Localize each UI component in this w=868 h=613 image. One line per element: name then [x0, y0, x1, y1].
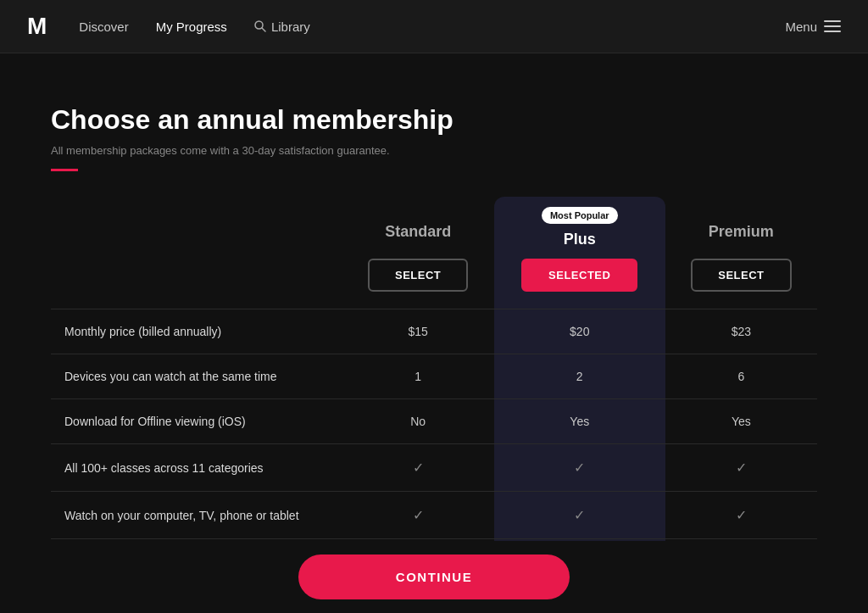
svg-line-1	[262, 28, 265, 31]
red-accent-bar	[51, 169, 78, 171]
feature-label: Download for Offline viewing (iOS)	[51, 399, 342, 444]
table-row: All 100+ classes across 11 categories✓✓✓	[51, 444, 817, 492]
feature-label: Watch on your computer, TV, phone or tab…	[51, 492, 342, 539]
nav-links: Discover My Progress Library	[79, 20, 785, 34]
most-popular-badge: Most Popular	[542, 207, 618, 224]
main-content: Choose an annual membership All membersh…	[0, 53, 868, 613]
page-title: Choose an annual membership	[51, 104, 817, 136]
search-icon	[254, 20, 266, 32]
plus-cell-row4: ✓	[494, 492, 665, 539]
standard-col-header: Standard SELECT	[342, 197, 494, 309]
checkmark-icon: ✓	[574, 460, 585, 475]
table-row: Watch on your computer, TV, phone or tab…	[51, 492, 817, 539]
standard-select-button[interactable]: SELECT	[368, 259, 468, 292]
checkmark-icon: ✓	[574, 508, 585, 522]
menu-button[interactable]: Menu	[785, 20, 841, 34]
hamburger-icon	[824, 20, 841, 32]
table-row: Devices you can watch at the same time12…	[51, 354, 817, 399]
premium-cell-row4: ✓	[665, 492, 817, 539]
premium-col-header: Premium SELECT	[665, 197, 817, 309]
plus-cell-row2: Yes	[494, 399, 665, 444]
page-subtitle: All membership packages come with a 30-d…	[51, 144, 817, 157]
feature-label: Monthly price (billed annually)	[51, 309, 342, 354]
nav-link-discover[interactable]: Discover	[79, 20, 128, 34]
table-row: Download for Offline viewing (iOS)NoYesY…	[51, 399, 817, 444]
standard-cell-row4: ✓	[342, 492, 494, 539]
checkmark-icon: ✓	[413, 508, 424, 522]
continue-bar: CONTINUE	[0, 541, 868, 613]
continue-button[interactable]: CONTINUE	[298, 554, 570, 599]
plus-cell-row3: ✓	[494, 444, 665, 492]
premium-cell-row0: $23	[665, 309, 817, 354]
plus-cell-row1: 2	[494, 354, 665, 399]
premium-cell-row2: Yes	[665, 399, 817, 444]
standard-cell-row3: ✓	[342, 444, 494, 492]
standard-cell-row0: $15	[342, 309, 494, 354]
plus-col-header: Most Popular Plus SELECTED	[494, 197, 665, 309]
feature-label: Devices you can watch at the same time	[51, 354, 342, 399]
navbar: M Discover My Progress Library Menu	[0, 0, 868, 53]
standard-cell-row1: 1	[342, 354, 494, 399]
checkmark-icon: ✓	[413, 460, 424, 475]
premium-cell-row1: 6	[665, 354, 817, 399]
checkmark-icon: ✓	[736, 460, 747, 475]
nav-link-library[interactable]: Library	[254, 20, 310, 34]
plus-select-button[interactable]: SELECTED	[521, 259, 637, 292]
premium-cell-row3: ✓	[665, 444, 817, 492]
checkmark-icon: ✓	[736, 508, 747, 522]
premium-select-button[interactable]: SELECT	[691, 259, 791, 292]
table-row: Monthly price (billed annually)$15$20$23	[51, 309, 817, 354]
feature-label: All 100+ classes across 11 categories	[51, 444, 342, 492]
nav-link-my-progress[interactable]: My Progress	[156, 20, 227, 34]
feature-col-header	[51, 197, 342, 309]
standard-cell-row2: No	[342, 399, 494, 444]
plus-cell-row0: $20	[494, 309, 665, 354]
logo[interactable]: M	[27, 13, 45, 40]
